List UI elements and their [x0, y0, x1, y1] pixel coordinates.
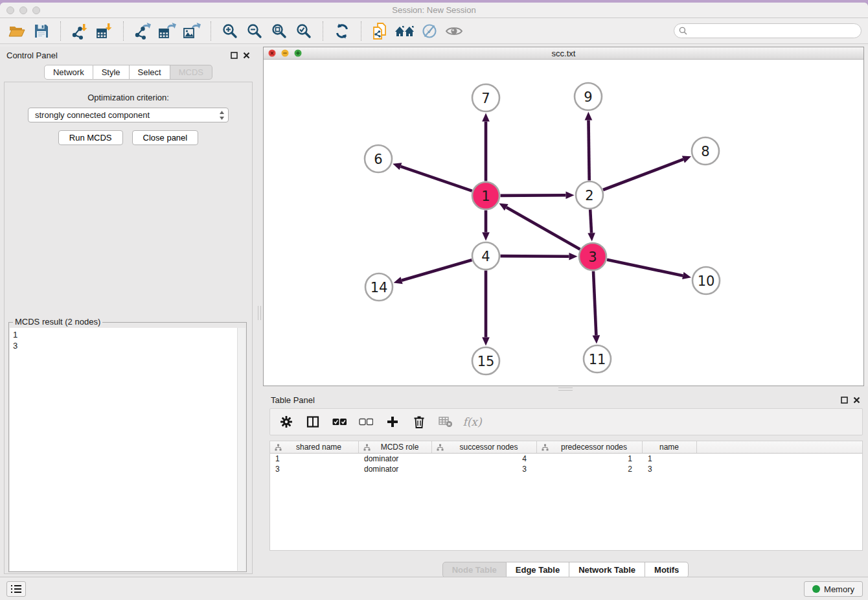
memory-button[interactable]: Memory [804, 581, 863, 597]
task-history-button[interactable] [6, 581, 26, 597]
column-header-predecessor-nodes[interactable]: predecessor nodes [537, 441, 643, 453]
graph-edge-3-1[interactable] [507, 207, 580, 249]
network-canvas[interactable]: 7968124314101511 [264, 60, 863, 386]
graph-edge-1-6[interactable] [401, 167, 472, 191]
close-panel-icon[interactable] [853, 397, 860, 404]
gear-icon [280, 415, 293, 428]
graph-edge-arrowhead [569, 253, 577, 260]
hide-selected-icon [421, 23, 438, 40]
vertical-splitter[interactable] [257, 47, 263, 579]
cell-predecessor-nodes[interactable]: 2 [537, 464, 643, 474]
graph-edge-arrowhead [593, 335, 600, 343]
table-row[interactable]: 1 dominator 4 1 1 [270, 454, 862, 464]
refresh-button[interactable] [332, 21, 352, 41]
close-panel-button[interactable]: Close panel [132, 130, 199, 145]
zoom-selected-icon [295, 23, 312, 40]
column-header-name[interactable]: name [643, 441, 697, 453]
tab-motifs[interactable]: Motifs [645, 562, 689, 578]
export-table-button[interactable] [157, 21, 177, 41]
tab-select[interactable]: Select [130, 65, 170, 80]
create-column-button[interactable] [384, 413, 401, 430]
zoom-fit-button[interactable] [269, 21, 290, 41]
clone-network-icon [372, 22, 389, 40]
import-table-button[interactable] [94, 21, 115, 41]
table-row[interactable]: 3 dominator 3 2 3 [270, 464, 862, 474]
search-field[interactable] [674, 23, 862, 38]
app-window: Session: New Session [0, 3, 868, 600]
mcds-panel: Optimization criterion: strongly connect… [4, 82, 253, 574]
cell-mcds-role[interactable]: dominator [359, 454, 432, 464]
graph-node-label: 3 [588, 249, 597, 265]
trash-icon [413, 415, 425, 428]
float-panel-icon[interactable] [231, 52, 238, 59]
control-panel-title: Control Panel [6, 51, 58, 60]
cell-mcds-role[interactable]: dominator [359, 464, 432, 474]
first-neighbors-icon [394, 23, 415, 39]
horizontal-splitter[interactable] [263, 386, 868, 393]
show-columns-button[interactable] [304, 413, 321, 430]
network-graph: 7968124314101511 [264, 60, 863, 386]
network-view-window: scc.txt 7968124314101511 [263, 47, 864, 386]
export-network-button[interactable] [132, 21, 153, 41]
hierarchy-icon [363, 444, 371, 451]
dropdown-stepper-icon [218, 110, 225, 121]
tab-style[interactable]: Style [93, 65, 130, 80]
close-panel-icon[interactable] [243, 52, 250, 59]
cell-name[interactable]: 1 [643, 454, 697, 464]
column-header-mcds-role[interactable]: MCDS role [359, 441, 432, 453]
tab-node-table[interactable]: Node Table [442, 562, 507, 578]
graph-edge-2-9[interactable] [588, 120, 589, 180]
function-builder-button[interactable]: f(x) [464, 413, 481, 430]
graph-edge-3-11[interactable] [593, 271, 596, 335]
cell-predecessor-nodes[interactable]: 1 [537, 454, 643, 464]
graph-edge-arrowhead [682, 156, 691, 163]
mcds-result-text[interactable]: 1 3 [10, 328, 237, 571]
save-session-button[interactable] [31, 21, 52, 41]
graph-edge-2-8[interactable] [603, 159, 683, 190]
import-network-button[interactable] [69, 21, 90, 41]
table-panel: Table Panel [263, 393, 868, 579]
graph-edge-4-14[interactable] [402, 260, 472, 281]
unselect-all-columns-button[interactable] [358, 413, 374, 430]
toolbar-separator [60, 21, 61, 41]
run-mcds-button[interactable]: Run MCDS [58, 130, 123, 145]
graph-edge-arrowhead [588, 233, 595, 241]
search-input[interactable] [690, 27, 856, 36]
graph-edge-1-2[interactable] [500, 195, 565, 196]
control-panel: Control Panel Network Style Select MCDS … [0, 47, 257, 579]
graph-edge-arrowhead [394, 277, 403, 284]
graph-edge-3-10[interactable] [607, 260, 683, 276]
cell-name[interactable]: 3 [643, 464, 697, 474]
zoom-in-button[interactable] [220, 21, 240, 41]
open-session-button[interactable] [6, 21, 27, 41]
table-settings-button[interactable] [278, 413, 295, 430]
hide-selected-button[interactable] [419, 21, 440, 41]
select-all-columns-button[interactable] [331, 413, 348, 430]
clone-network-button[interactable] [370, 21, 391, 41]
cell-shared-name[interactable]: 3 [270, 464, 359, 474]
zoom-out-button[interactable] [244, 21, 265, 41]
export-image-button[interactable] [181, 21, 202, 41]
float-panel-icon[interactable] [841, 397, 848, 404]
cell-successor-nodes[interactable]: 4 [432, 454, 537, 464]
cell-shared-name[interactable]: 1 [270, 454, 359, 464]
import-network-icon [71, 23, 88, 40]
cell-successor-nodes[interactable]: 3 [432, 464, 537, 474]
column-header-shared-name[interactable]: shared name [270, 441, 359, 453]
table-panel-title: Table Panel [271, 395, 315, 405]
tab-network[interactable]: Network [44, 65, 93, 80]
delete-table-button[interactable] [437, 413, 454, 430]
column-header-successor-nodes[interactable]: successor nodes [432, 441, 537, 453]
show-all-button[interactable] [444, 21, 464, 41]
graph-edge-2-3[interactable] [590, 209, 591, 233]
delete-columns-button[interactable] [411, 413, 428, 430]
tab-network-table[interactable]: Network Table [569, 562, 645, 578]
optimization-criterion-dropdown[interactable]: strongly connected component [28, 108, 229, 122]
tab-mcds[interactable]: MCDS [170, 65, 212, 80]
result-scrollbar[interactable] [237, 328, 246, 571]
zoom-selected-button[interactable] [293, 21, 314, 41]
first-neighbors-button[interactable] [394, 21, 415, 41]
tab-edge-table[interactable]: Edge Table [507, 562, 569, 578]
graph-edge-arrowhead [585, 111, 593, 120]
graph-edge-4-3[interactable] [500, 256, 569, 257]
